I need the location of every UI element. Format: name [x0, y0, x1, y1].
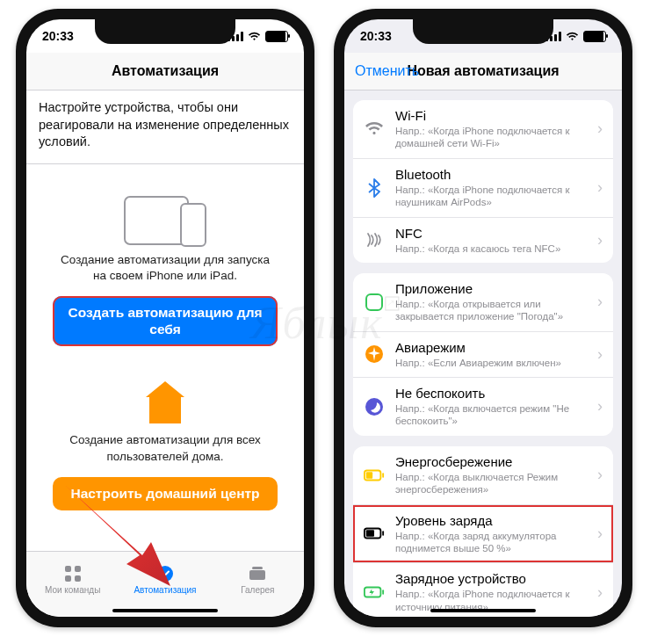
page-title: Новая автоматизация — [407, 63, 559, 79]
phone-left: 20:33 Автоматизация Настройте устройства… — [16, 9, 314, 627]
row-title: Bluetooth — [395, 167, 587, 183]
svg-rect-7 — [366, 294, 382, 310]
trigger-bluetooth[interactable]: BluetoothНапр.: «Когда iPhone подключает… — [353, 158, 613, 217]
row-title: Не беспокоить — [395, 386, 587, 402]
nav-bar: Автоматизация — [26, 53, 304, 90]
svg-rect-15 — [382, 532, 384, 537]
trigger-group-settings: ПриложениеНапр.: «Когда открывается или … — [353, 273, 613, 436]
chevron-right-icon: › — [597, 178, 603, 197]
notch — [95, 19, 235, 44]
intro-text: Настройте устройства, чтобы они реагиров… — [26, 90, 304, 164]
tab-gallery[interactable]: Галерея — [212, 552, 304, 606]
home-indicator — [430, 609, 536, 612]
trigger-battery-level[interactable]: Уровень зарядаНапр.: «Когда заряд аккуму… — [353, 504, 613, 563]
create-personal-automation-button[interactable]: Создать автоматизацию для себя — [53, 296, 278, 346]
svg-rect-12 — [382, 473, 384, 478]
row-subtitle: Напр.: «Когда открывается или закрываетс… — [395, 298, 587, 323]
card-text: Создание автоматизации для всех пользова… — [53, 432, 278, 464]
chevron-right-icon: › — [597, 231, 603, 250]
chevron-right-icon: › — [597, 119, 603, 138]
charger-icon — [364, 582, 385, 603]
cancel-button[interactable]: Отменить — [355, 63, 419, 79]
trigger-wifi[interactable]: Wi-FiНапр.: «Когда iPhone подключается к… — [353, 100, 613, 158]
svg-rect-6 — [252, 567, 263, 569]
row-subtitle: Напр.: «Когда iPhone подключается к науш… — [395, 184, 587, 209]
row-subtitle: Напр.: «Когда я касаюсь тега NFC» — [395, 242, 587, 255]
svg-rect-1 — [75, 566, 81, 572]
dnd-icon — [364, 396, 385, 417]
row-subtitle: Напр.: «Когда выключается Режим энергосб… — [395, 471, 587, 496]
status-time: 20:33 — [360, 29, 392, 43]
tab-label: Мои команды — [45, 585, 100, 595]
row-title: Зарядное устройство — [395, 571, 587, 587]
svg-point-4 — [157, 566, 173, 582]
row-subtitle: Напр.: «Если Авиарежим включен» — [395, 357, 587, 369]
trigger-nfc[interactable]: NFCНапр.: «Когда я касаюсь тега NFC» › — [353, 217, 613, 263]
battery-level-icon — [364, 523, 385, 544]
status-time: 20:33 — [42, 29, 74, 43]
home-automation-card: Создание автоматизации для всех пользова… — [39, 374, 292, 526]
low-power-icon — [364, 465, 385, 486]
notch — [413, 19, 553, 44]
chevron-right-icon: › — [597, 345, 603, 364]
tab-automation[interactable]: Автоматизация — [119, 552, 211, 606]
svg-rect-3 — [75, 575, 81, 582]
home-icon — [149, 395, 181, 423]
svg-rect-17 — [382, 590, 384, 595]
nfc-icon — [364, 229, 385, 250]
gallery-icon — [248, 564, 267, 583]
tab-my-shortcuts[interactable]: Мои команды — [26, 552, 119, 606]
trigger-airplane[interactable]: АвиарежимНапр.: «Если Авиарежим включен»… — [353, 331, 613, 377]
chevron-right-icon: › — [597, 293, 603, 311]
battery-icon — [265, 31, 288, 42]
trigger-dnd[interactable]: Не беспокоитьНапр.: «Когда включается ре… — [353, 377, 613, 436]
wifi-icon — [566, 32, 579, 41]
svg-rect-0 — [65, 566, 71, 572]
screen-right: 20:33 Отменить Новая автоматизация Wi-Fi… — [344, 19, 622, 617]
chevron-right-icon: › — [597, 525, 603, 543]
chevron-right-icon: › — [597, 583, 603, 602]
personal-automation-card: Создание автоматизации для запуска на св… — [39, 177, 292, 363]
airplane-icon — [364, 344, 385, 365]
app-icon — [364, 292, 385, 313]
battery-icon — [583, 31, 606, 42]
row-title: Уровень заряда — [395, 513, 587, 529]
row-subtitle: Напр.: «Когда включается режим "Не беспо… — [395, 402, 587, 428]
home-indicator — [112, 609, 218, 612]
tab-label: Галерея — [241, 585, 274, 595]
row-subtitle: Напр.: «Когда iPhone подключается к дома… — [395, 125, 587, 150]
page-title: Автоматизация — [112, 63, 219, 79]
svg-rect-5 — [249, 570, 265, 580]
wifi-icon — [364, 119, 385, 140]
wifi-icon — [248, 32, 261, 41]
row-title: Авиарежим — [395, 340, 587, 356]
row-title: Энергосбережение — [395, 454, 587, 470]
devices-icon — [53, 192, 278, 245]
automation-icon — [155, 564, 175, 583]
card-text: Создание автоматизации для запуска на св… — [53, 252, 278, 284]
row-title: Wi-Fi — [395, 108, 587, 124]
svg-rect-11 — [366, 472, 372, 478]
svg-rect-2 — [65, 575, 71, 582]
chevron-right-icon: › — [597, 397, 603, 416]
svg-point-9 — [365, 398, 383, 416]
setup-home-hub-button[interactable]: Настроить домашний центр — [53, 477, 278, 511]
bluetooth-icon — [364, 177, 385, 199]
trigger-app[interactable]: ПриложениеНапр.: «Когда открывается или … — [353, 273, 613, 331]
screen-left: 20:33 Автоматизация Настройте устройства… — [26, 19, 304, 617]
row-subtitle: Напр.: «Когда заряд аккумулятора подниме… — [395, 530, 587, 555]
tab-label: Автоматизация — [134, 585, 196, 595]
grid-icon — [63, 564, 83, 583]
row-title: NFC — [395, 226, 587, 242]
svg-rect-14 — [366, 531, 374, 537]
row-title: Приложение — [395, 281, 587, 297]
trigger-group-battery: ЭнергосбережениеНапр.: «Когда выключаетс… — [353, 446, 613, 617]
phone-right: 20:33 Отменить Новая автоматизация Wi-Fi… — [334, 9, 632, 627]
chevron-right-icon: › — [597, 466, 603, 484]
trigger-group-connectivity: Wi-FiНапр.: «Когда iPhone подключается к… — [353, 100, 613, 263]
nav-bar: Отменить Новая автоматизация — [344, 53, 622, 90]
trigger-low-power[interactable]: ЭнергосбережениеНапр.: «Когда выключаетс… — [353, 446, 613, 504]
tab-bar: Мои команды Автоматизация Галерея — [26, 551, 304, 617]
